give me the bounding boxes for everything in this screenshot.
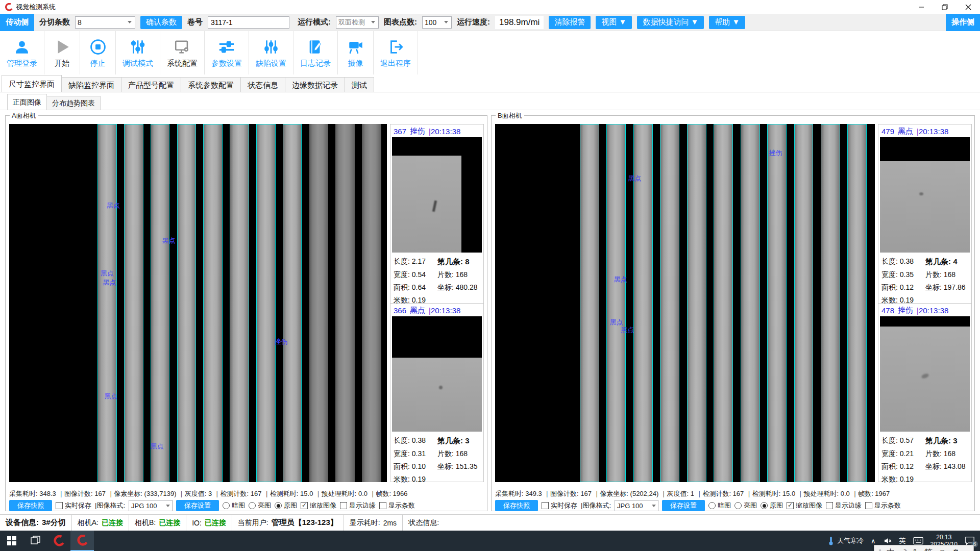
tab-test[interactable]: 测试 xyxy=(345,77,374,92)
operate-side-button[interactable]: 操作侧 xyxy=(946,14,980,31)
ime-simplified[interactable]: 简 xyxy=(924,547,933,551)
pinned-app-button[interactable] xyxy=(47,531,70,551)
defect-entry[interactable]: 367 挫伤 |20:13:38 长度: 2.17 第几条: 8 宽度: 0.5… xyxy=(390,124,483,303)
active-app-button[interactable] xyxy=(70,531,94,551)
tab-defect-monitor[interactable]: 缺陷监控界面 xyxy=(61,77,121,92)
camera-b-defect-panel: 479 黑点 |20:13:38 长度: 0.38 第几条: 4 宽度: 0.3… xyxy=(878,124,972,482)
camera-b-controls: 保存快照 实时保存 |图像格式: JPG 100 保存设置 暗图 亮图 原图 缩… xyxy=(495,499,901,512)
ime-emoji-icon[interactable]: ☺ xyxy=(938,547,947,551)
subtab-front-image[interactable]: 正面图像 xyxy=(7,94,47,110)
image-format-combobox[interactable]: JPG 100 xyxy=(615,500,658,511)
show-count-checkbox[interactable]: 显示条数 xyxy=(865,501,901,510)
minimize-button[interactable] xyxy=(910,0,933,14)
help-menu-button[interactable]: 帮助 ▼ xyxy=(709,16,745,29)
bright-image-radio[interactable]: 亮图 xyxy=(249,501,271,510)
hidden-icons-chevron[interactable]: ∧ xyxy=(871,537,876,545)
weather-widget[interactable]: 天气寒冷 xyxy=(827,536,864,545)
ime-punctuation[interactable]: °, xyxy=(913,547,919,551)
dark-image-radio[interactable]: 暗图 xyxy=(223,501,245,510)
defect-type: 黑点 xyxy=(410,306,425,315)
chevron-down-icon xyxy=(371,21,375,23)
volume-muted-icon[interactable] xyxy=(883,536,892,545)
film-strip xyxy=(362,124,381,482)
film-strip xyxy=(124,124,143,482)
field-area: 面积: 0.10 xyxy=(394,462,437,471)
defect-entry[interactable]: 366 黑点 |20:13:38 长度: 0.38 第几条: 3 宽度: 0.3… xyxy=(390,303,483,482)
slit-count-combobox[interactable]: 8 xyxy=(75,16,135,29)
param-settings-button[interactable]: 参数设置 xyxy=(205,31,249,74)
bright-image-radio[interactable]: 亮图 xyxy=(734,501,757,510)
save-settings-button[interactable]: 保存设置 xyxy=(176,500,219,511)
action-center-button[interactable]: 6 xyxy=(965,536,975,545)
ime-drag-handle[interactable]: ‖ xyxy=(878,548,881,551)
ime-settings-gear-icon[interactable]: ⚙ xyxy=(952,547,960,551)
restore-button[interactable] xyxy=(933,0,957,14)
show-edge-checkbox[interactable]: 显示边缘 xyxy=(826,501,862,510)
tab-edge-data-record[interactable]: 边缘数据记录 xyxy=(285,77,345,92)
subtab-trend-chart[interactable]: 分布趋势图表 xyxy=(46,96,101,110)
log-record-button[interactable]: 日志记录 xyxy=(293,31,338,74)
save-settings-button[interactable]: 保存设置 xyxy=(662,500,705,511)
run-mode-combobox[interactable]: 双面检测 xyxy=(336,16,379,29)
realtime-save-checkbox[interactable]: 实时保存 xyxy=(56,501,91,510)
roll-input[interactable] xyxy=(208,16,289,29)
exit-program-button[interactable]: 退出程序 xyxy=(374,31,418,74)
defect-marker-label: 黑点 xyxy=(107,201,120,210)
show-edge-checkbox[interactable]: 显示边缘 xyxy=(340,501,376,510)
drive-side-button[interactable]: 传动侧 xyxy=(0,14,34,31)
tab-size-monitor[interactable]: 尺寸监控界面 xyxy=(2,75,62,92)
defect-info: 长度: 2.17 第几条: 8 宽度: 0.54 片数: 168 面积: 0.6… xyxy=(391,253,482,305)
defect-id: 367 xyxy=(394,127,406,136)
capture-button[interactable]: 摄像 xyxy=(338,31,374,74)
zoom-image-checkbox[interactable]: 缩放图像 xyxy=(301,501,336,510)
film-strip xyxy=(714,124,733,482)
close-button[interactable] xyxy=(957,0,980,14)
defect-entry[interactable]: 478 挫伤 |20:13:38 长度: 0.57 第几条: 3 宽度: 0.2… xyxy=(878,303,971,482)
admin-login-button[interactable]: 管理登录 xyxy=(0,31,44,74)
image-format-label: |图像格式: xyxy=(581,501,611,510)
stop-button[interactable]: 停止 xyxy=(80,31,116,74)
start-button[interactable]: 开始 xyxy=(44,31,80,74)
zoom-image-checkbox[interactable]: 缩放图像 xyxy=(787,501,822,510)
ime-language-indicator[interactable]: 英 xyxy=(899,536,906,545)
field-coord: 坐标: 151.35 xyxy=(437,462,481,471)
defect-entry[interactable]: 479 黑点 |20:13:38 长度: 0.38 第几条: 4 宽度: 0.3… xyxy=(878,124,971,303)
task-view-button[interactable] xyxy=(23,531,47,551)
image-format-label: |图像格式: xyxy=(95,501,125,510)
data-access-menu-button[interactable]: 数据快捷访问 ▼ xyxy=(637,16,704,29)
slit-count-label: 分切条数 xyxy=(39,17,70,27)
original-image-radio[interactable]: 原图 xyxy=(761,501,783,510)
speed-label: 运行速度: xyxy=(457,17,490,27)
tab-product-model-config[interactable]: 产品型号配置 xyxy=(121,77,181,92)
realtime-save-checkbox[interactable]: 实时保存 xyxy=(542,501,577,510)
ime-language-bar[interactable]: ‖ 中 ☽ °, 简 ☺ ⚙ xyxy=(874,545,974,551)
icon-toolbar: 管理登录 开始 停止 调试模式 系统配置 参数设置 缺陷设置 日志记录 摄像 退… xyxy=(0,31,980,74)
ime-lang-mode[interactable]: 中 xyxy=(887,547,895,551)
current-user: 当前用户:管理员【123-123】 xyxy=(232,515,344,531)
chart-points-combobox[interactable]: 100 xyxy=(422,16,452,29)
field-length: 长度: 0.38 xyxy=(881,257,925,267)
field-meters: 米数: 0.19 xyxy=(881,475,925,484)
tab-status-info[interactable]: 状态信息 xyxy=(240,77,285,92)
original-image-radio[interactable]: 原图 xyxy=(275,501,297,510)
clear-alarm-button[interactable]: 清除报警 xyxy=(549,16,591,29)
defect-id: 479 xyxy=(881,127,894,136)
tab-system-param-config[interactable]: 系统参数配置 xyxy=(181,77,241,92)
ime-halfwidth-moon-icon[interactable]: ☽ xyxy=(900,547,908,551)
touch-keyboard-icon[interactable] xyxy=(913,537,923,545)
system-config-button[interactable]: 系统配置 xyxy=(160,31,205,74)
save-snapshot-button[interactable]: 保存快照 xyxy=(495,500,538,511)
debug-mode-button[interactable]: 调试模式 xyxy=(116,31,160,74)
camera-icon xyxy=(346,37,365,57)
main-tab-bar: 尺寸监控界面 缺陷监控界面 产品型号配置 系统参数配置 状态信息 边缘数据记录 … xyxy=(0,74,980,92)
view-menu-button[interactable]: 视图 ▼ xyxy=(596,16,632,29)
confirm-count-button[interactable]: 确认条数 xyxy=(140,16,182,29)
image-format-combobox[interactable]: JPG 100 xyxy=(129,500,173,511)
defect-type: 挫伤 xyxy=(898,306,913,315)
defect-settings-button[interactable]: 缺陷设置 xyxy=(249,31,293,74)
slit-count-value: 8 xyxy=(78,18,87,27)
dark-image-radio[interactable]: 暗图 xyxy=(708,501,731,510)
start-button[interactable] xyxy=(0,531,23,551)
save-snapshot-button[interactable]: 保存快照 xyxy=(9,500,52,511)
show-count-checkbox[interactable]: 显示条数 xyxy=(379,501,415,510)
